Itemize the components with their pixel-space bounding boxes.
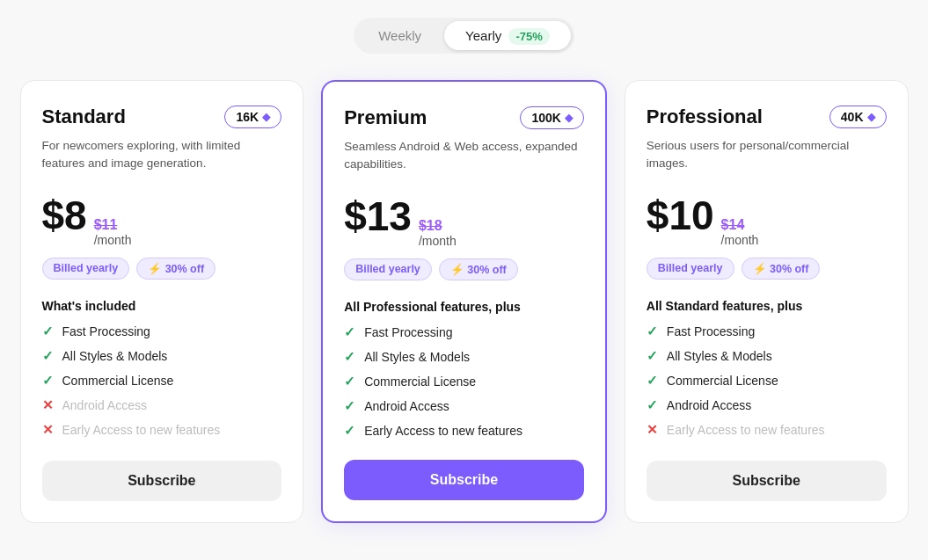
card-header: Professional 40K ◆ [647, 105, 887, 128]
price-current: $8 [42, 195, 87, 236]
feature-list: ✓ Fast Processing ✓ All Styles & Models … [647, 324, 887, 438]
yearly-discount-badge: -75% [508, 28, 549, 45]
plan-card-professional: Professional 40K ◆ Serious users for per… [625, 80, 909, 523]
check-icon: ✓ [647, 348, 658, 364]
feature-label: Android Access [667, 398, 752, 412]
feature-label: All Styles & Models [364, 350, 470, 364]
check-icon: ✓ [344, 324, 355, 340]
weekly-toggle-btn[interactable]: Weekly [357, 21, 442, 50]
card-header: Premium 100K ◆ [344, 106, 584, 129]
feature-label: All Styles & Models [62, 349, 168, 363]
price-old-block: $11 /month [94, 217, 132, 247]
plan-card-standard: Standard 16K ◆ For newcomers exploring, … [20, 80, 304, 523]
price-period: /month [94, 233, 132, 247]
check-icon: ✓ [42, 348, 54, 364]
features-section: What's included ✓ Fast Processing ✓ All … [42, 299, 282, 461]
card-header: Standard 16K ◆ [42, 105, 282, 128]
price-current: $13 [344, 196, 412, 236]
price-old: $18 [419, 218, 442, 234]
feature-label: Fast Processing [667, 324, 755, 338]
feature-list: ✓ Fast Processing ✓ All Styles & Models … [344, 324, 584, 439]
check-icon: ✓ [344, 349, 355, 365]
billing-yearly-badge: Billed yearly [647, 258, 734, 280]
feature-label: Early Access to new features [667, 423, 825, 437]
price-current: $10 [647, 195, 714, 236]
feature-label: Android Access [364, 399, 449, 413]
feature-label: Commercial License [667, 374, 778, 388]
plan-description: Seamless Android & Web access, expanded … [344, 138, 584, 180]
feature-item: ✕ Early Access to new features [647, 422, 887, 438]
price-old: $11 [94, 217, 118, 233]
check-icon: ✓ [344, 398, 355, 414]
feature-label: Android Access [62, 398, 148, 412]
price-row: $8 $11 /month [42, 195, 282, 247]
feature-item: ✓ Android Access [344, 398, 584, 414]
x-icon: ✕ [647, 422, 658, 438]
feature-item: ✓ All Styles & Models [42, 348, 282, 364]
check-icon: ✓ [42, 324, 54, 339]
feature-label: Fast Processing [364, 325, 452, 339]
features-title: All Professional features, plus [344, 300, 584, 314]
billing-discount-badge: ⚡ 30% off [439, 258, 518, 280]
feature-item: ✓ Early Access to new features [344, 423, 584, 439]
diamond-icon: ◆ [262, 111, 270, 123]
price-old-block: $18 /month [419, 218, 457, 248]
price-old: $14 [721, 217, 745, 233]
billing-yearly-badge: Billed yearly [344, 258, 432, 280]
feature-item: ✓ All Styles & Models [647, 348, 887, 364]
billing-discount-badge: ⚡ 30% off [136, 258, 216, 280]
check-icon: ✓ [647, 397, 658, 413]
plan-name: Premium [344, 106, 427, 129]
pricing-cards: Standard 16K ◆ For newcomers exploring, … [20, 80, 909, 523]
price-row: $10 $14 /month [647, 195, 887, 247]
x-icon: ✕ [42, 422, 54, 438]
feature-label: All Styles & Models [667, 349, 772, 363]
price-period: /month [721, 233, 759, 247]
feature-item: ✓ Fast Processing [647, 324, 887, 339]
billing-row: Billed yearly ⚡ 30% off [344, 258, 584, 280]
features-title: What's included [42, 299, 282, 313]
feature-label: Commercial License [364, 375, 476, 389]
token-badge[interactable]: 16K ◆ [224, 105, 281, 128]
feature-label: Early Access to new features [62, 423, 221, 437]
price-old-block: $14 /month [721, 217, 759, 247]
billing-toggle: Weekly Yearly -75% [354, 18, 574, 54]
yearly-toggle-btn[interactable]: Yearly -75% [444, 21, 571, 50]
diamond-icon: ◆ [867, 111, 875, 123]
billing-row: Billed yearly ⚡ 30% off [42, 258, 282, 280]
features-section: All Professional features, plus ✓ Fast P… [344, 300, 584, 460]
feature-list: ✓ Fast Processing ✓ All Styles & Models … [42, 324, 282, 438]
check-icon: ✓ [42, 373, 54, 389]
feature-item: ✓ Fast Processing [42, 324, 282, 339]
subscribe-button[interactable]: Subscribe [344, 460, 584, 500]
feature-label: Fast Processing [62, 324, 150, 338]
yearly-label: Yearly [465, 28, 501, 43]
feature-item: ✓ Android Access [647, 397, 887, 413]
x-icon: ✕ [42, 397, 54, 413]
check-icon: ✓ [647, 324, 658, 339]
feature-item: ✓ Commercial License [344, 374, 584, 389]
price-row: $13 $18 /month [344, 196, 584, 248]
token-badge[interactable]: 40K ◆ [829, 105, 887, 128]
price-period: /month [419, 234, 457, 248]
feature-item: ✕ Early Access to new features [42, 422, 282, 438]
check-icon: ✓ [344, 423, 355, 439]
plan-description: For newcomers exploring, with limited fe… [42, 137, 282, 179]
plan-name: Professional [647, 105, 763, 128]
feature-label: Commercial License [62, 374, 174, 388]
feature-item: ✓ Commercial License [42, 373, 282, 389]
feature-item: ✓ All Styles & Models [344, 349, 584, 365]
subscribe-button[interactable]: Subscribe [42, 461, 282, 501]
billing-row: Billed yearly ⚡ 30% off [647, 258, 887, 280]
features-section: All Standard features, plus ✓ Fast Proce… [647, 299, 887, 461]
token-badge[interactable]: 100K ◆ [520, 106, 583, 129]
billing-discount-badge: ⚡ 30% off [742, 258, 821, 280]
plan-name: Standard [42, 105, 126, 128]
diamond-icon: ◆ [565, 112, 573, 124]
features-title: All Standard features, plus [647, 299, 887, 313]
plan-description: Serious users for personal/commercial im… [647, 137, 887, 179]
subscribe-button[interactable]: Subscribe [647, 461, 887, 501]
feature-item: ✓ Commercial License [647, 373, 887, 389]
billing-yearly-badge: Billed yearly [42, 258, 130, 280]
plan-card-premium: Premium 100K ◆ Seamless Android & Web ac… [321, 80, 607, 523]
